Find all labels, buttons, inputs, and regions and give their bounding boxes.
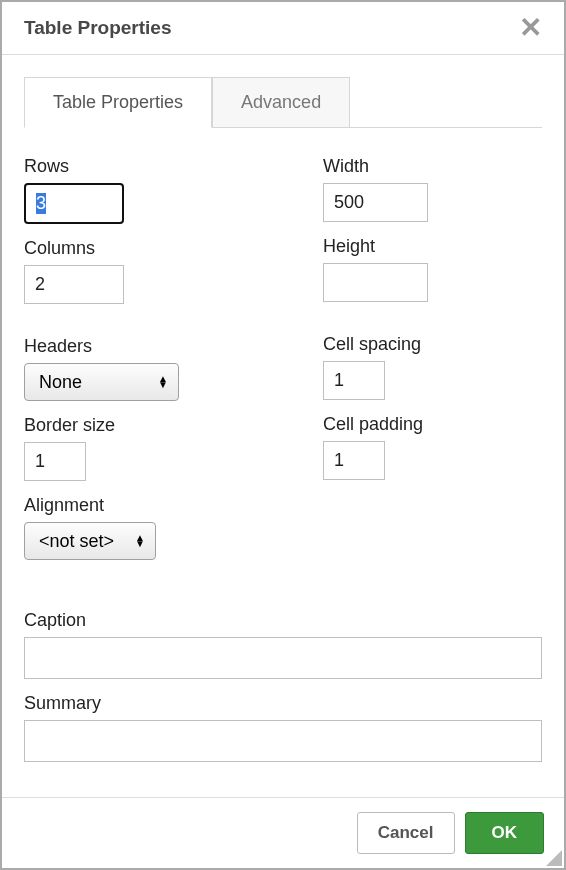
rows-label: Rows <box>24 156 243 177</box>
summary-input[interactable] <box>24 720 542 762</box>
cell-spacing-input[interactable] <box>323 361 385 400</box>
dropdown-arrows-icon: ▲▼ <box>135 535 145 547</box>
alignment-label: Alignment <box>24 495 243 516</box>
cancel-button[interactable]: Cancel <box>357 812 455 854</box>
width-input[interactable] <box>323 183 428 222</box>
tab-table-properties[interactable]: Table Properties <box>24 77 212 128</box>
border-size-label: Border size <box>24 415 243 436</box>
dialog-footer: Cancel OK <box>2 797 564 868</box>
tab-bar: Table Properties Advanced <box>24 77 542 128</box>
dropdown-arrows-icon: ▲▼ <box>158 376 168 388</box>
columns-label: Columns <box>24 238 243 259</box>
headers-label: Headers <box>24 336 243 357</box>
close-icon[interactable]: ✕ <box>515 14 546 42</box>
caption-label: Caption <box>24 610 542 631</box>
resize-handle-icon[interactable] <box>546 850 562 866</box>
alignment-value: <not set> <box>39 531 114 552</box>
tab-advanced[interactable]: Advanced <box>212 77 350 127</box>
alignment-select[interactable]: <not set> ▲▼ <box>24 522 156 560</box>
ok-button[interactable]: OK <box>465 812 545 854</box>
dialog-title: Table Properties <box>24 17 171 39</box>
title-bar: Table Properties ✕ <box>2 2 564 55</box>
width-label: Width <box>323 156 542 177</box>
cell-spacing-label: Cell spacing <box>323 334 542 355</box>
caption-input[interactable] <box>24 637 542 679</box>
cell-padding-label: Cell padding <box>323 414 542 435</box>
rows-input[interactable] <box>24 183 124 224</box>
cell-padding-input[interactable] <box>323 441 385 480</box>
dialog-content: Rows Columns Headers None ▲▼ Border s <box>2 128 564 797</box>
table-properties-dialog: Table Properties ✕ Table Properties Adva… <box>0 0 566 870</box>
columns-input[interactable] <box>24 265 124 304</box>
height-input[interactable] <box>323 263 428 302</box>
headers-value: None <box>39 372 82 393</box>
headers-select[interactable]: None ▲▼ <box>24 363 179 401</box>
border-size-input[interactable] <box>24 442 86 481</box>
summary-label: Summary <box>24 693 542 714</box>
height-label: Height <box>323 236 542 257</box>
